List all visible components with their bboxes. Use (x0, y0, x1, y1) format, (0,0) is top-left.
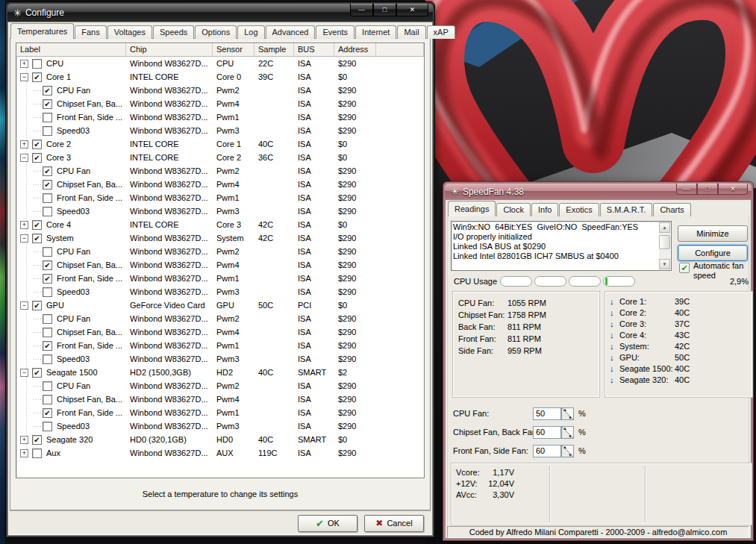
row-checkbox[interactable]: ✔ (43, 166, 52, 176)
spin-up-icon[interactable]: ▲ (563, 407, 567, 412)
column-header-bus[interactable]: BUS (294, 43, 334, 57)
tab-clock[interactable]: Clock (496, 203, 531, 216)
collapse-icon[interactable]: − (20, 301, 28, 310)
row-checkbox[interactable] (32, 59, 42, 69)
configure-titlebar[interactable]: ✳ Configure — □ ✕ (7, 4, 433, 22)
expand-icon[interactable]: + (20, 436, 28, 444)
column-header-sample[interactable]: Sample (254, 43, 294, 57)
tree-row[interactable]: Speed03Winbond W83627D...Pwm3ISA$290 (16, 124, 424, 137)
collapse-icon[interactable]: − (20, 73, 28, 81)
row-checkbox[interactable]: ✔ (43, 274, 52, 284)
spinner-control[interactable]: ▲▼ (561, 445, 574, 457)
row-checkbox[interactable] (43, 207, 52, 216)
row-checkbox[interactable]: ✔ (43, 99, 52, 109)
tree-row[interactable]: Chipset Fan, Ba...Winbond W83627D...Pwm4… (16, 393, 424, 406)
cancel-button[interactable]: ✖ Cancel (364, 515, 424, 532)
spin-up-icon[interactable]: ▲ (563, 426, 567, 431)
row-checkbox[interactable] (43, 395, 52, 404)
fan-speed-input[interactable] (533, 445, 561, 457)
tree-row[interactable]: CPU FanWinbond W83627D...Pwm2ISA$290 (16, 245, 424, 258)
tree-row[interactable]: Front Fan, Side ...Winbond W83627D...Pwm… (16, 191, 424, 204)
spin-down-icon[interactable]: ▼ (568, 416, 572, 420)
row-checkbox[interactable]: ✔ (32, 220, 42, 230)
row-checkbox[interactable] (43, 247, 52, 257)
expand-icon[interactable]: + (20, 449, 28, 457)
spin-down-icon[interactable]: ▼ (568, 453, 572, 457)
expand-icon[interactable]: + (20, 60, 28, 68)
collapse-icon[interactable]: − (20, 154, 28, 162)
tree-row[interactable]: −✔SystemWinbond W83627D...System42CISA$2… (16, 231, 424, 245)
tab-internet[interactable]: Internet (355, 25, 396, 39)
tree-row[interactable]: −✔GPUGeForce Video CardGPU50CPCI$0 (16, 298, 424, 312)
tab-events[interactable]: Events (316, 25, 354, 39)
spin-up-icon[interactable]: ▲ (563, 445, 567, 449)
row-checkbox[interactable] (43, 328, 52, 337)
tab-info[interactable]: Info (531, 203, 558, 216)
speedfan-titlebar[interactable]: ✳ SpeedFan 4.38 — □ ✕ (445, 184, 752, 199)
tree-row[interactable]: +AuxWinbond W83627D...AUX119CISA$290 (16, 446, 424, 460)
tree-row[interactable]: ✔CPU FanWinbond W83627D...Pwm2ISA$290 (16, 84, 424, 97)
tab-readings[interactable]: Readings (448, 201, 496, 216)
scroll-down-button[interactable]: ▼ (659, 259, 670, 269)
tree-row[interactable]: Front Fan, Side ...Winbond W83627D...Pwm… (16, 110, 424, 124)
tab-charts[interactable]: Charts (653, 203, 690, 216)
row-checkbox[interactable] (43, 113, 52, 122)
expand-icon[interactable]: + (20, 140, 28, 148)
column-header-sensor[interactable]: Sensor (213, 43, 254, 57)
tree-row[interactable]: Speed03Winbond W83627D...Pwm3ISA$290 (16, 204, 424, 218)
spin-down-icon[interactable]: ▼ (568, 434, 572, 439)
tree-row[interactable]: ✔Chipset Fan, Ba...Winbond W83627D...Pwm… (16, 97, 424, 110)
tree-row[interactable]: ✔CPU FanWinbond W83627D...Pwm2ISA$290 (16, 164, 424, 178)
expand-icon[interactable]: + (20, 221, 28, 229)
row-checkbox[interactable]: ✔ (32, 153, 42, 163)
tree-row[interactable]: −✔Core 3INTEL CORECore 236CISA$0 (16, 151, 424, 164)
close-button[interactable]: ✕ (396, 4, 428, 16)
row-checkbox[interactable] (43, 314, 52, 324)
tree-row[interactable]: −✔Seagate 1500HD2 (1500,3GB)HD240CSMART$… (16, 366, 424, 379)
tab-mail[interactable]: Mail (397, 25, 425, 39)
ok-button[interactable]: ✔ OK (298, 515, 357, 532)
row-checkbox[interactable] (43, 354, 52, 364)
tree-row[interactable]: ✔Front Fan, Side ...Winbond W83627D...Pw… (16, 406, 424, 419)
row-checkbox[interactable]: ✔ (43, 341, 52, 351)
tree-row[interactable]: CPU FanWinbond W83627D...Pwm2ISA$290 (16, 312, 424, 325)
tree-row[interactable]: CPU FanWinbond W83627D...Pwm2ISA$290 (16, 379, 424, 393)
automatic-fan-speed-checkbox[interactable]: ✔ (679, 263, 690, 273)
tree-row[interactable]: Chipset Fan, Ba...Winbond W83627D...Pwm4… (16, 325, 424, 339)
tree-row[interactable]: ✔Front Fan, Side ...Winbond W83627D...Pw… (16, 272, 424, 285)
row-checkbox[interactable]: ✔ (32, 435, 42, 445)
tree-row[interactable]: +✔Core 4INTEL CORECore 342CISA$0 (16, 218, 424, 231)
row-checkbox[interactable] (43, 422, 52, 431)
row-checkbox[interactable] (43, 287, 52, 297)
tree-row[interactable]: ✔Chipset Fan, Ba...Winbond W83627D...Pwm… (16, 258, 424, 272)
column-header-label[interactable]: Label (16, 43, 126, 57)
tree-row[interactable]: Speed03Winbond W83627D...Pwm3ISA$290 (16, 285, 424, 298)
tab-speeds[interactable]: Speeds (153, 25, 194, 39)
minimize-app-button[interactable]: Minimize (678, 225, 748, 242)
row-checkbox[interactable] (43, 126, 52, 136)
tree-row[interactable]: Speed03Winbond W83627D...Pwm3ISA$290 (16, 352, 424, 366)
row-checkbox[interactable] (32, 448, 42, 458)
fan-speed-input[interactable] (533, 407, 561, 420)
spinner-control[interactable]: ▲▼ (561, 407, 574, 420)
tab-log[interactable]: Log (237, 25, 264, 39)
tree-row[interactable]: ✔Chipset Fan, Ba...Winbond W83627D...Pwm… (16, 178, 424, 191)
maximize-button[interactable]: □ (373, 4, 396, 16)
row-checkbox[interactable] (43, 381, 52, 391)
tab-temperatures[interactable]: Temperatures (10, 23, 74, 39)
row-checkbox[interactable]: ✔ (43, 408, 52, 418)
row-checkbox[interactable]: ✔ (32, 368, 42, 378)
tab-options[interactable]: Options (195, 25, 237, 39)
tree-row[interactable]: Speed03Winbond W83627D...Pwm3ISA$290 (16, 419, 424, 433)
configure-app-button[interactable]: Configure (678, 245, 748, 261)
tab-xap[interactable]: xAP (427, 25, 455, 39)
fan-speed-input[interactable] (533, 426, 561, 439)
tab-exotics[interactable]: Exotics (559, 203, 599, 216)
tab-s-m-a-r-t[interactable]: S.M.A.R.T. (600, 203, 653, 216)
maximize-button[interactable]: □ (697, 184, 718, 195)
scroll-up-button[interactable]: ▲ (659, 222, 670, 233)
spinner-control[interactable]: ▲▼ (561, 426, 574, 439)
row-checkbox[interactable]: ✔ (32, 140, 42, 149)
row-checkbox[interactable]: ✔ (32, 234, 42, 243)
minimize-button[interactable]: — (350, 4, 373, 16)
